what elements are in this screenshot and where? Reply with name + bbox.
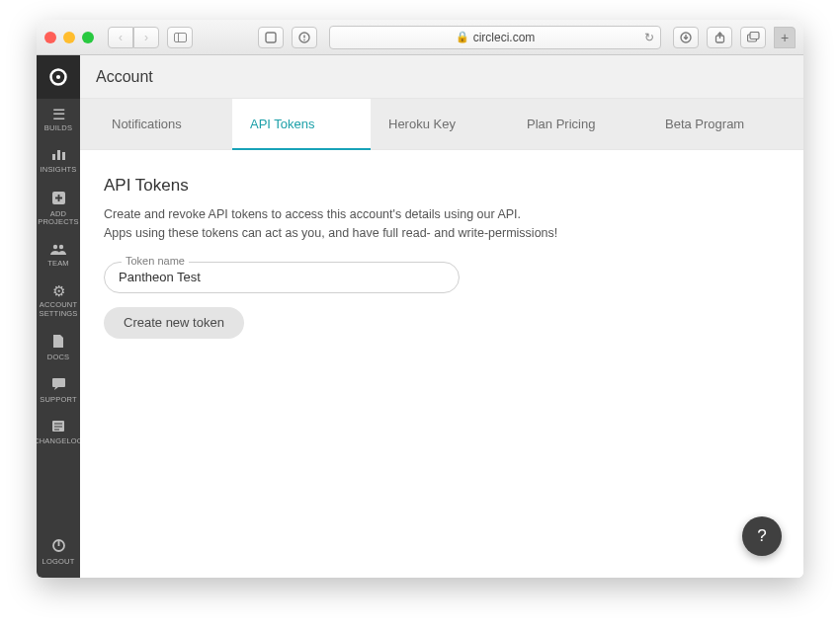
- token-name-field-wrap: Token name: [104, 262, 460, 293]
- circleci-logo[interactable]: [37, 55, 80, 99]
- sidebar: ☰ BUILDS INSIGHTS ADD PROJECTS TEAM ⚙ AC…: [37, 55, 80, 578]
- sidebar-item-docs[interactable]: DOCS: [37, 326, 80, 369]
- changelog-icon: [51, 420, 65, 434]
- sidebar-item-add-projects[interactable]: ADD PROJECTS: [37, 183, 80, 235]
- reader-button[interactable]: [258, 27, 284, 48]
- sidebar-item-label: BUILDS: [44, 124, 72, 132]
- sidebar-item-account-settings[interactable]: ⚙ ACCOUNT SETTINGS: [37, 276, 80, 326]
- page-title: Account: [96, 68, 153, 86]
- sidebar-item-label: LOGOUT: [42, 558, 75, 566]
- close-window-icon[interactable]: [44, 32, 56, 43]
- minimize-window-icon[interactable]: [63, 32, 75, 43]
- create-token-button[interactable]: Create new token: [104, 307, 244, 339]
- gear-icon: ⚙: [52, 283, 65, 298]
- token-name-label: Token name: [122, 255, 189, 267]
- sidebar-item-label: TEAM: [47, 260, 69, 268]
- sidebar-item-support[interactable]: SUPPORT: [37, 369, 80, 412]
- browser-window: ‹ › 🔒 circleci.com ↻ +: [37, 20, 803, 578]
- privacy-report-button[interactable]: [292, 27, 317, 48]
- svg-point-17: [59, 245, 63, 249]
- tabs-button[interactable]: [740, 27, 766, 48]
- window-controls: [44, 32, 94, 43]
- sidebar-item-logout[interactable]: LOGOUT: [37, 530, 80, 574]
- sidebar-item-team[interactable]: TEAM: [37, 234, 80, 276]
- sidebar-item-label: SUPPORT: [40, 396, 77, 404]
- sidebar-item-changelog[interactable]: CHANGELOG: [37, 412, 80, 453]
- chart-icon: [51, 148, 66, 163]
- svg-rect-13: [57, 150, 60, 160]
- maximize-window-icon[interactable]: [82, 32, 94, 43]
- sidebar-item-insights[interactable]: INSIGHTS: [37, 140, 80, 182]
- app-frame: ☰ BUILDS INSIGHTS ADD PROJECTS TEAM ⚙ AC…: [37, 55, 803, 578]
- svg-point-5: [303, 39, 305, 40]
- add-icon: [51, 191, 66, 207]
- tab-plan-pricing[interactable]: Plan Pricing: [509, 99, 647, 149]
- address-bar[interactable]: 🔒 circleci.com ↻: [329, 26, 661, 49]
- sidebar-item-label: INSIGHTS: [40, 166, 76, 174]
- back-button[interactable]: ‹: [108, 27, 133, 48]
- sidebar-toggle-button[interactable]: [167, 27, 193, 48]
- url-host: circleci.com: [473, 31, 536, 44]
- sidebar-item-label: CHANGELOG: [37, 437, 83, 445]
- new-tab-button[interactable]: +: [774, 27, 796, 48]
- svg-rect-2: [266, 33, 276, 42]
- doc-icon: [52, 334, 64, 351]
- svg-rect-18: [52, 378, 65, 387]
- svg-rect-9: [750, 33, 759, 39]
- sidebar-item-label: ADD PROJECTS: [38, 210, 79, 227]
- downloads-button[interactable]: [673, 27, 699, 48]
- tab-bar: Notifications API Tokens Heroku Key Plan…: [80, 99, 803, 150]
- sidebar-item-builds[interactable]: ☰ BUILDS: [37, 99, 80, 140]
- logout-icon: [51, 538, 66, 555]
- svg-point-16: [53, 245, 57, 249]
- tab-heroku-key[interactable]: Heroku Key: [371, 99, 509, 149]
- share-button[interactable]: [707, 27, 732, 48]
- content-area: API Tokens Create and revoke API tokens …: [80, 150, 803, 578]
- svg-rect-12: [52, 154, 55, 160]
- forward-button[interactable]: ›: [133, 27, 159, 48]
- tab-beta-program[interactable]: Beta Program: [647, 99, 786, 149]
- sidebar-item-label: DOCS: [47, 354, 69, 361]
- svg-rect-14: [62, 152, 65, 160]
- main-panel: Account Notifications API Tokens Heroku …: [80, 55, 803, 578]
- sidebar-item-label: ACCOUNT SETTINGS: [39, 301, 78, 318]
- section-description: Create and revoke API tokens to access t…: [104, 205, 780, 244]
- svg-rect-0: [174, 33, 186, 41]
- lock-icon: 🔒: [456, 31, 469, 43]
- svg-point-11: [56, 75, 60, 79]
- section-heading: API Tokens: [104, 176, 780, 196]
- page-header: Account: [80, 55, 803, 99]
- help-fab[interactable]: ?: [742, 516, 782, 556]
- reload-icon[interactable]: ↻: [644, 31, 654, 44]
- browser-toolbar: ‹ › 🔒 circleci.com ↻ +: [37, 20, 803, 55]
- list-icon: ☰: [52, 107, 65, 121]
- tab-api-tokens[interactable]: API Tokens: [232, 99, 371, 150]
- nav-back-forward: ‹ ›: [108, 27, 159, 48]
- help-icon: ?: [757, 526, 766, 546]
- tab-notifications[interactable]: Notifications: [94, 99, 232, 149]
- chat-icon: [51, 377, 66, 393]
- team-icon: [49, 242, 67, 257]
